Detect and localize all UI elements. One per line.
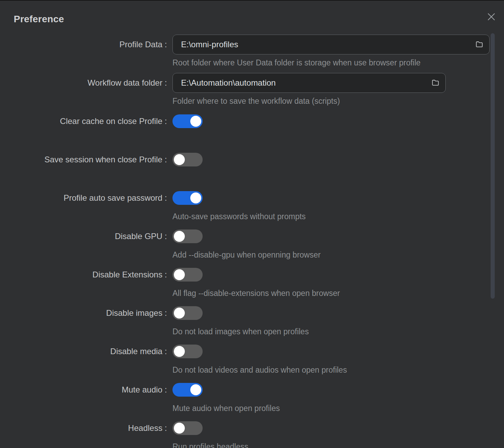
toggle-knob: [190, 192, 201, 203]
field-label: Disable GPU :: [0, 229, 167, 243]
form-row-disable-gpu: Disable GPU :: [0, 229, 504, 243]
toggle-knob: [174, 308, 185, 319]
toggle-knob: [190, 384, 201, 395]
form-row-clear-cache: Clear cache on close Profile :: [0, 114, 504, 128]
disable-extensions-toggle[interactable]: [172, 268, 203, 282]
field-helper: Folder where to save the workflow data (…: [172, 96, 340, 106]
page-title: Preference: [14, 14, 64, 25]
field-label: Disable images :: [0, 306, 167, 320]
toggle-knob: [174, 346, 185, 357]
mute-audio-toggle[interactable]: [172, 383, 203, 397]
form-row-mute-audio: Mute audio :: [0, 383, 504, 397]
folder-icon[interactable]: [469, 35, 489, 54]
field-helper: Add --disable-gpu when openning browser: [172, 250, 321, 260]
field-helper: Mute audio when open profiles: [172, 403, 280, 413]
field-helper: Do not load videos and audios when open …: [172, 365, 347, 375]
toggle-knob: [174, 423, 185, 434]
field-label: Mute audio :: [0, 383, 167, 397]
field-label: Disable Extensions :: [0, 268, 167, 282]
form-row-disable-extensions: Disable Extensions :: [0, 268, 504, 282]
profile-data-input[interactable]: [173, 40, 469, 49]
toggle-knob: [174, 154, 185, 165]
field-helper: Run profiles headless: [172, 442, 248, 448]
toggle-knob: [174, 231, 185, 242]
form-row-headless: Headless :: [0, 421, 504, 435]
field-label: Profile auto save password :: [0, 191, 167, 205]
field-helper: Root folder where User Data folder is st…: [172, 58, 421, 67]
disable-gpu-toggle[interactable]: [172, 229, 203, 243]
field-helper: Do not load images when open profiles: [172, 327, 309, 336]
toggle-knob: [174, 269, 185, 280]
folder-icon[interactable]: [425, 73, 445, 92]
disable-media-toggle[interactable]: [172, 345, 203, 358]
toggle-knob: [190, 116, 201, 127]
field-label: Headless :: [0, 421, 167, 435]
field-label: Clear cache on close Profile :: [0, 114, 167, 128]
auto-save-password-toggle[interactable]: [172, 191, 203, 205]
field-label: Profile Data :: [0, 35, 167, 54]
field-helper: All flag --disable-extensions when open …: [172, 288, 340, 298]
field-label: Disable media :: [0, 345, 167, 358]
field-label: Workflow data folder :: [0, 73, 167, 93]
profile-data-input-wrap: [172, 35, 490, 54]
workflow-folder-input[interactable]: [173, 78, 425, 88]
field-helper: Auto-save passwords without prompts: [172, 212, 306, 221]
form-row-disable-media: Disable media :: [0, 345, 504, 358]
close-icon[interactable]: [484, 10, 499, 24]
form-row-auto-save-password: Profile auto save password :: [0, 191, 504, 205]
workflow-folder-input-wrap: [172, 73, 446, 93]
preference-dialog: { "dialog": { "title": "Preference", "co…: [0, 0, 504, 448]
form-row-disable-images: Disable images :: [0, 306, 504, 320]
field-label: Save session when close Profile :: [0, 153, 167, 166]
clear-cache-toggle[interactable]: [172, 114, 203, 128]
form-row-workflow-folder: Workflow data folder :: [0, 73, 504, 93]
headless-toggle[interactable]: [172, 421, 203, 435]
save-session-toggle[interactable]: [172, 153, 203, 166]
form-row-save-session: Save session when close Profile :: [0, 153, 504, 166]
form-row-profile-data: Profile Data :: [0, 35, 504, 54]
disable-images-toggle[interactable]: [172, 306, 203, 320]
